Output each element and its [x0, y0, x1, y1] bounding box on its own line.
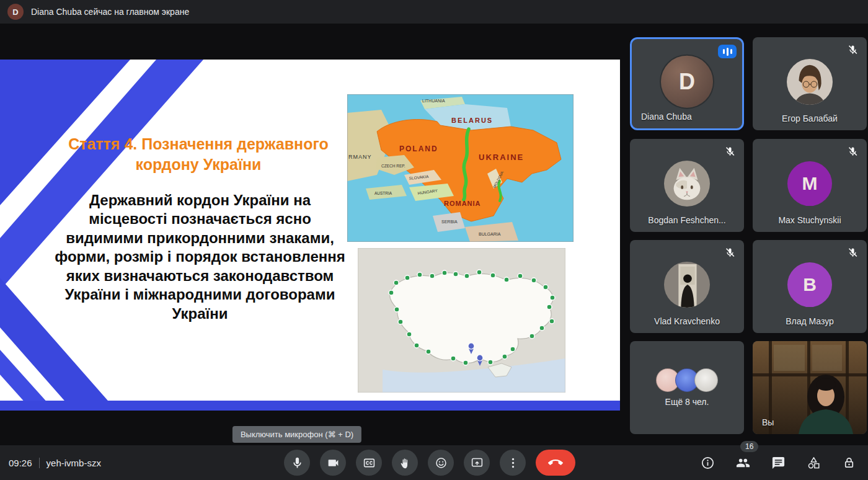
- map-label-serbia: SERBIA: [441, 220, 458, 224]
- participant-tile-vlad-mazur[interactable]: B Влад Мазур: [753, 240, 867, 333]
- mic-off-icon: [847, 247, 859, 259]
- self-view-tile[interactable]: Вы: [753, 341, 867, 434]
- self-label: Вы: [753, 417, 867, 427]
- map-label-bulgaria: BULGARIA: [479, 232, 501, 236]
- mic-off-icon: [724, 247, 736, 259]
- participant-tile-egor-balabay[interactable]: Егор Балабай: [753, 37, 867, 130]
- participant-name: Влад Мазур: [753, 316, 867, 326]
- mic-off-icon: [847, 44, 859, 56]
- videocam-icon: [327, 456, 340, 469]
- meeting-code: yeh-ivmb-szx: [46, 458, 101, 468]
- avatar-letter: D: [679, 69, 695, 95]
- more-participants-label: Ещё 8 чел.: [630, 397, 744, 407]
- meet-window: D Diana Chuba сейчас на главном экране С…: [0, 0, 868, 480]
- info-button[interactable]: [699, 455, 715, 471]
- raise-hand-icon: [399, 456, 412, 469]
- activities-button[interactable]: [805, 455, 822, 471]
- mic-icon: [291, 456, 304, 469]
- participant-tile-more[interactable]: Ещё 8 чел.: [630, 341, 744, 434]
- mic-off-icon: [724, 146, 736, 158]
- clock-time: 09:26: [9, 458, 32, 468]
- mic-tooltip: Выключить микрофон (⌘ + D): [232, 426, 361, 443]
- more-options-button[interactable]: [500, 450, 526, 476]
- captions-button[interactable]: [356, 450, 382, 476]
- meeting-panel-icons: 16: [699, 445, 857, 480]
- emoji-icon: [435, 456, 448, 469]
- camera-button[interactable]: [320, 450, 346, 476]
- end-call-icon: [548, 455, 563, 470]
- participant-tile-bogdan[interactable]: Bogdan Feshchen...: [630, 139, 744, 232]
- host-controls-button[interactable]: [841, 455, 857, 471]
- map-label-czech: CZECH REP.: [381, 164, 405, 168]
- speaking-indicator: [718, 45, 737, 58]
- map-label-ukraine: UKRAINE: [479, 153, 524, 162]
- avatar-letter: B: [803, 274, 817, 295]
- more-options-icon: [507, 456, 520, 469]
- bottom-bar: 09:26 yeh-ivmb-szx: [0, 445, 868, 480]
- avatar-vlad-mazur: B: [787, 262, 832, 307]
- map-label-germany: RMANY: [348, 154, 372, 160]
- avatar-letter: M: [802, 173, 818, 194]
- presenter-avatar: D: [7, 4, 24, 20]
- avatar-photo-egor: [787, 59, 833, 105]
- info-icon: [701, 456, 715, 470]
- participant-name: Vlad Kravchenko: [630, 316, 744, 326]
- ukraine-border-map: [358, 248, 565, 393]
- participant-name: Bogdan Feshchen...: [630, 215, 744, 225]
- present-screen-icon: [471, 456, 484, 469]
- meeting-info: 09:26 yeh-ivmb-szx: [9, 445, 101, 480]
- slide-title: Стаття 4. Позначення державного кордону …: [37, 134, 360, 175]
- slide-title-line2: кордону України: [37, 154, 360, 175]
- host-controls-lock-icon: [842, 456, 856, 470]
- map-label-poland: POLAND: [399, 144, 438, 153]
- avatar-photo-vlad: [664, 262, 710, 308]
- mic-button[interactable]: [284, 450, 310, 476]
- europe-political-map: LITHUANIA BELARUS POLAND UKRAINE ROMANIA…: [347, 94, 574, 242]
- chat-icon: [771, 456, 786, 470]
- participant-tile-max[interactable]: M Max Stuchynskii: [753, 139, 867, 232]
- presenter-avatar-letter: D: [12, 7, 18, 17]
- avatar-max: M: [787, 161, 832, 206]
- people-button[interactable]: 16: [735, 455, 751, 471]
- presenting-status-text: Diana Chuba сейчас на главном экране: [31, 7, 189, 17]
- slide-title-line1: Стаття 4. Позначення державного: [37, 134, 360, 154]
- participant-tile-vlad-kravchenko[interactable]: Vlad Kravchenko: [630, 240, 744, 333]
- captions-icon: [363, 456, 376, 469]
- activities-icon: [807, 456, 821, 470]
- participant-name: Max Stuchynskii: [753, 215, 867, 225]
- raise-hand-button[interactable]: [392, 450, 418, 476]
- more-participants-avatars: [656, 368, 718, 392]
- presenting-banner: D Diana Chuba сейчас на главном экране: [0, 0, 868, 24]
- map-label-austria: AUSTRIA: [374, 191, 392, 195]
- participant-name: Diana Chuba: [632, 112, 742, 122]
- presentation-stage[interactable]: Стаття 4. Позначення державного кордону …: [0, 24, 625, 445]
- call-controls: [284, 450, 575, 476]
- avatar-photo-cat: [664, 161, 710, 207]
- present-screen-button[interactable]: [464, 450, 490, 476]
- divider: [39, 458, 40, 468]
- people-icon: [736, 456, 750, 470]
- map-label-lithuania: LITHUANIA: [422, 99, 445, 103]
- reactions-button[interactable]: [428, 450, 454, 476]
- shared-slide: Стаття 4. Позначення державного кордону …: [0, 60, 620, 411]
- chat-button[interactable]: [770, 455, 786, 471]
- participant-tile-diana-chuba[interactable]: D Diana Chuba: [630, 37, 744, 130]
- map-label-romania: ROMANIA: [444, 200, 481, 207]
- map-label-belarus: BELARUS: [451, 117, 493, 124]
- participant-count-badge: 16: [740, 441, 758, 452]
- mic-off-icon: [847, 146, 859, 158]
- participant-name: Егор Балабай: [753, 113, 867, 123]
- end-call-button[interactable]: [536, 450, 575, 476]
- avatar-diana: D: [661, 56, 713, 108]
- slide-body-text: Державний кордон України на місцевості п…: [53, 191, 347, 323]
